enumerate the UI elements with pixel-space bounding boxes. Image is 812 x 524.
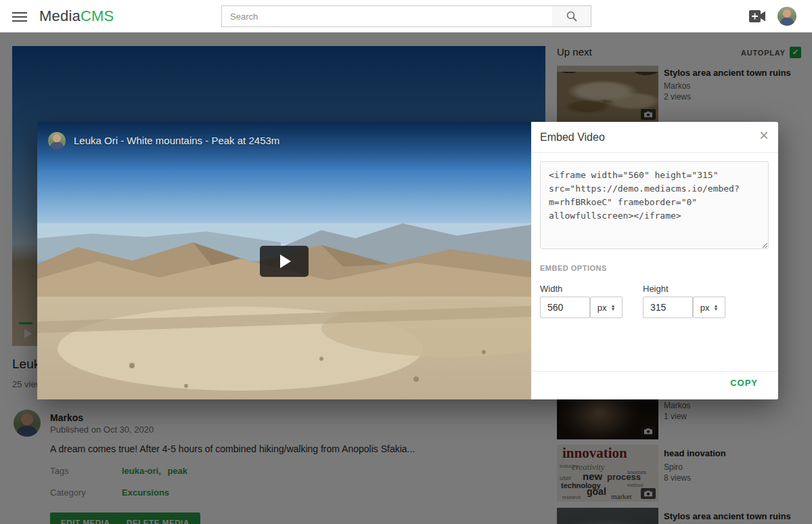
player-title[interactable]: Leuka Ori - White mountains - Peak at 24… [74, 132, 279, 146]
logo-text-media: Media [39, 7, 81, 24]
author-avatar[interactable] [48, 132, 66, 150]
embed-options-panel: Embed Video × <iframe width="560" height… [531, 122, 778, 399]
mediacms-logo[interactable]: MediaCMS [39, 7, 114, 25]
search-input[interactable] [221, 5, 553, 27]
embed-code-textarea[interactable]: <iframe width="560" height="315" src="ht… [540, 161, 769, 249]
height-input[interactable] [643, 297, 693, 318]
hamburger-menu-icon[interactable] [12, 9, 27, 22]
stepper-arrows-icon: ▲▼ [713, 304, 718, 311]
video-upload-button[interactable] [748, 10, 767, 24]
player-title-overlay: Leuka Ori - White mountains - Peak at 24… [37, 122, 531, 171]
embed-video-modal: Leuka Ori - White mountains - Peak at 24… [37, 122, 778, 399]
width-input[interactable] [540, 297, 590, 318]
video-upload-icon [748, 10, 766, 22]
height-unit-value: px [700, 303, 710, 313]
search-icon [566, 10, 578, 22]
embed-preview-player[interactable]: Leuka Ori - White mountains - Peak at 24… [37, 122, 531, 399]
width-unit-select[interactable]: px ▲▼ [590, 297, 623, 318]
user-avatar[interactable] [777, 7, 796, 26]
width-unit-value: px [597, 303, 607, 313]
logo-text-cms: CMS [81, 7, 114, 24]
top-app-bar: MediaCMS [0, 0, 812, 32]
play-button[interactable] [260, 246, 309, 277]
width-label: Width [540, 284, 562, 294]
stepper-arrows-icon: ▲▼ [610, 304, 615, 311]
height-label: Height [643, 284, 669, 294]
embed-options-label: EMBED OPTIONS [540, 264, 607, 272]
height-unit-select[interactable]: px ▲▼ [693, 297, 725, 318]
divider [531, 371, 778, 372]
copy-button[interactable]: COPY [730, 378, 758, 388]
modal-title: Embed Video [540, 131, 605, 144]
play-icon [280, 255, 291, 268]
divider [531, 152, 778, 153]
search-button[interactable] [552, 5, 591, 27]
close-icon[interactable]: × [759, 126, 769, 145]
